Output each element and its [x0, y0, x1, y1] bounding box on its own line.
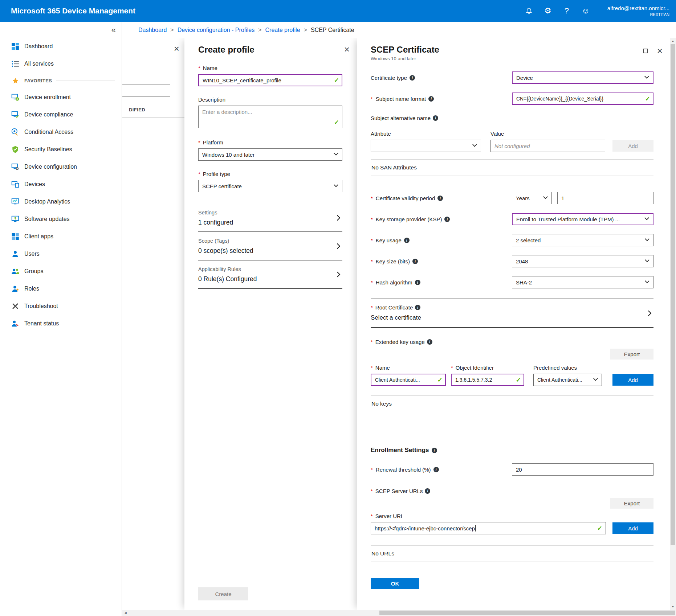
- breadcrumb: Dashboard > Device configuration - Profi…: [122, 22, 676, 38]
- sidebar-item-all-services[interactable]: All services: [0, 55, 122, 73]
- certificate-type-select[interactable]: Device: [512, 71, 653, 84]
- root-certificate-label: * Root Certificate: [371, 304, 653, 311]
- vertical-scrollbar[interactable]: ▲ ▼: [670, 38, 676, 610]
- sidebar-item-troubleshoot[interactable]: Troubleshoot: [0, 297, 122, 315]
- account-menu[interactable]: alfredo@rextitan.onmicr... REXTITAN: [607, 5, 669, 17]
- info-icon[interactable]: [410, 75, 415, 81]
- client-apps-icon: [11, 232, 20, 241]
- close-icon[interactable]: ×: [174, 44, 179, 53]
- san-add-button[interactable]: Add: [612, 140, 653, 152]
- renewal-threshold-input[interactable]: [512, 463, 653, 476]
- ksp-select[interactable]: Enroll to Trusted Platform Module (TPM) …: [512, 213, 653, 225]
- info-icon[interactable]: [433, 467, 439, 472]
- san-attribute-select[interactable]: [371, 140, 481, 152]
- sidebar-item-users[interactable]: Users: [0, 245, 122, 263]
- key-usage-select[interactable]: 2 selected: [512, 234, 653, 246]
- sidebar-item-groups[interactable]: Groups: [0, 263, 122, 280]
- eku-oid-col-label: * Object Identifier: [451, 365, 533, 371]
- chevron-down-icon: [645, 279, 649, 283]
- san-attribute-label: Attribute: [371, 131, 490, 137]
- eku-name-input[interactable]: [371, 374, 446, 386]
- sidebar-item-conditional-access[interactable]: Conditional Access: [0, 123, 122, 141]
- sidebar-item-roles[interactable]: Roles: [0, 280, 122, 297]
- sidebar-item-dashboard[interactable]: Dashboard: [0, 38, 122, 55]
- settings-section[interactable]: Settings 1 configured: [198, 205, 342, 232]
- favorites-label: FAVORITES: [24, 78, 52, 83]
- scroll-down-icon[interactable]: ▼: [670, 604, 676, 610]
- info-icon[interactable]: [412, 259, 418, 264]
- name-input[interactable]: [198, 74, 342, 86]
- hash-algorithm-label: * Hash algorithm: [371, 279, 512, 286]
- platform-select[interactable]: Windows 10 and later: [198, 148, 342, 161]
- eku-predefined-select[interactable]: Client Authenticati...: [533, 374, 602, 386]
- urls-export-button[interactable]: Export: [610, 498, 653, 509]
- sidebar-item-label: Troubleshoot: [24, 303, 58, 309]
- close-icon[interactable]: ×: [657, 46, 663, 56]
- info-icon[interactable]: [433, 115, 438, 121]
- scroll-up-icon[interactable]: ▲: [670, 38, 676, 44]
- info-icon[interactable]: [415, 305, 420, 310]
- vertical-scrollbar-thumb[interactable]: [671, 44, 675, 545]
- description-input[interactable]: [198, 106, 342, 128]
- info-icon[interactable]: [432, 448, 437, 453]
- sidebar-item-device-compliance[interactable]: Device compliance: [0, 106, 122, 123]
- hash-algorithm-select[interactable]: SHA-2: [512, 276, 653, 288]
- sidebar-item-label: Tenant status: [24, 320, 59, 327]
- settings-gear-icon[interactable]: ⚙: [538, 0, 557, 22]
- horizontal-scrollbar-thumb[interactable]: [379, 611, 675, 615]
- info-icon[interactable]: [425, 488, 430, 494]
- sidebar-item-device-configuration[interactable]: Device configuration: [0, 158, 122, 176]
- desktop-analytics-icon: [11, 197, 20, 206]
- horizontal-scrollbar[interactable]: ◀: [122, 610, 676, 616]
- notification-bell-icon[interactable]: [520, 0, 538, 22]
- ok-button[interactable]: OK: [371, 578, 419, 589]
- breadcrumb-create-profile[interactable]: Create profile: [265, 27, 300, 33]
- create-button[interactable]: Create: [198, 587, 248, 600]
- scroll-left-icon[interactable]: ◀: [122, 610, 129, 616]
- info-icon[interactable]: [427, 339, 432, 345]
- validity-value-input[interactable]: [557, 192, 653, 204]
- server-url-input[interactable]: https://<fqdn>/intune-ejbc-connector/sce…: [371, 522, 606, 534]
- eku-export-button[interactable]: Export: [610, 349, 653, 360]
- key-size-select[interactable]: 2048: [512, 255, 653, 267]
- profile-type-select[interactable]: SCEP certificate: [198, 180, 342, 192]
- san-value-input[interactable]: [490, 140, 605, 152]
- feedback-smiley-icon[interactable]: ☺: [576, 0, 595, 22]
- info-icon[interactable]: [437, 196, 443, 201]
- sidebar-item-security-baselines[interactable]: Security Baselines: [0, 141, 122, 158]
- sidebar-item-client-apps[interactable]: Client apps: [0, 228, 122, 245]
- info-icon[interactable]: [415, 280, 420, 285]
- eku-add-button[interactable]: Add: [612, 374, 653, 386]
- sidebar-item-devices[interactable]: Devices: [0, 176, 122, 193]
- maximize-icon[interactable]: [643, 49, 648, 53]
- sidebar-item-label: All services: [24, 61, 54, 67]
- sidebar-item-device-enrollment[interactable]: Device enrollment: [0, 89, 122, 106]
- info-icon[interactable]: [404, 238, 410, 243]
- info-icon[interactable]: [428, 96, 434, 102]
- key-usage-label: * Key usage: [371, 237, 512, 243]
- scope-tags-section[interactable]: Scope (Tags) 0 scope(s) selected: [198, 234, 342, 260]
- sidebar-item-desktop-analytics[interactable]: Desktop Analytics: [0, 193, 122, 210]
- sidebar-collapse-icon[interactable]: «: [111, 25, 116, 35]
- eku-oid-input[interactable]: [451, 374, 524, 386]
- applicability-rules-section[interactable]: Applicability Rules 0 Rule(s) Configured: [198, 262, 342, 289]
- server-url-add-button[interactable]: Add: [612, 522, 653, 534]
- breadcrumb-device-configuration-profiles[interactable]: Device configuration - Profiles: [178, 27, 255, 33]
- help-icon[interactable]: ?: [557, 0, 576, 22]
- eku-name-col-label: * Name: [371, 365, 451, 371]
- renewal-threshold-label: * Renewal threshold (%): [371, 467, 512, 473]
- sidebar-item-label: Device compliance: [24, 111, 73, 118]
- required-asterisk: *: [371, 216, 373, 222]
- subject-name-format-input[interactable]: [512, 93, 653, 105]
- server-url-label: * Server URL: [371, 513, 653, 519]
- breadcrumb-dashboard[interactable]: Dashboard: [138, 27, 167, 33]
- sidebar-item-software-updates[interactable]: Software updates: [0, 210, 122, 228]
- root-certificate-section[interactable]: * Root Certificate Select a certificate: [371, 299, 653, 327]
- profiles-search-input[interactable]: [122, 85, 170, 97]
- sidebar-item-tenant-status[interactable]: Tenant status: [0, 315, 122, 332]
- san-label: Subject alternative name: [371, 115, 653, 121]
- close-icon[interactable]: ×: [344, 45, 350, 54]
- info-icon[interactable]: [444, 217, 450, 222]
- sidebar-item-label: Users: [24, 251, 40, 257]
- validity-unit-select[interactable]: Years: [512, 192, 552, 204]
